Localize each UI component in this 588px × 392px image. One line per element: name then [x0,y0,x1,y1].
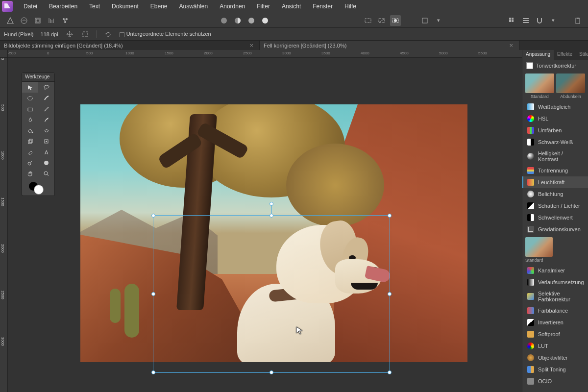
adjustment-item[interactable]: Schatten / Lichter [522,200,588,212]
smudge-tool[interactable] [38,125,54,136]
adjustment-item[interactable]: Split Toning [522,364,588,375]
svg-rect-24 [576,18,580,24]
document-tab[interactable]: Bildobjekte stimming einfügen [Geändert]… [0,41,260,50]
lasso-tool[interactable] [38,82,54,93]
persona-tone-icon[interactable] [46,15,57,26]
blend-normal-icon[interactable] [219,15,229,26]
menu-datei[interactable]: Datei [18,0,43,13]
adjustments-panel: AnpassungEffekteStile Tonwertkorrektur S… [522,50,588,392]
menu-bearbeiten[interactable]: Bearbeiten [43,0,83,13]
snap-magnet-icon[interactable] [534,15,545,26]
panel-tab-stile[interactable]: Stile [576,50,588,60]
adjustment-item[interactable]: Gradationskurven [522,223,588,235]
ellipse-marquee-tool[interactable] [22,93,38,103]
tab-close-icon[interactable]: × [507,42,515,49]
adjustment-item[interactable]: LUT [522,340,588,352]
adjustment-item[interactable]: Schwellenwert [522,212,588,223]
adjustment-item[interactable]: Helligkeit / Kontrast [522,148,588,165]
adjustment-item[interactable]: Belichtung [522,188,588,200]
panel-tab-effekte[interactable]: Effekte [554,50,576,60]
persona-liquify-icon[interactable] [19,15,29,26]
svg-line-39 [47,174,49,176]
preset-thumb-standard[interactable] [525,237,553,257]
pen-tool[interactable] [22,114,38,125]
adjustment-item[interactable]: Umfärben [522,124,588,136]
move-icon[interactable] [65,30,74,39]
ic-grad-icon [527,279,534,286]
ic-lut-icon [527,343,534,349]
panel-tab-anpassung[interactable]: Anpassung [522,50,554,60]
tab-close-icon[interactable]: × [247,42,255,49]
ic-exp-icon [527,191,534,197]
menu-auswählen[interactable]: Auswählen [173,0,214,13]
color-swatches[interactable] [22,179,54,196]
crop-dropdown-icon[interactable] [419,15,430,26]
adjustment-item[interactable]: HSL [522,113,588,124]
menu-text[interactable]: Text [83,0,106,13]
blend-half-icon[interactable] [232,15,243,26]
menu-hilfe[interactable]: Hilfe [339,0,362,13]
ic-bw-icon [527,139,534,146]
flood-select-tool[interactable] [22,103,38,114]
color-picker-tool[interactable] [38,103,54,114]
dog-layer [222,210,374,362]
adjustment-item[interactable]: Selektive Farbkorrektur [522,288,588,305]
menu-filter[interactable]: Filter [251,0,276,13]
shape-tool[interactable] [38,157,54,168]
clipboard-icon[interactable] [572,15,583,26]
adjustment-item[interactable]: OCIO [522,375,588,387]
persona-develop-icon[interactable] [32,15,43,26]
rotate-icon[interactable] [104,30,113,39]
adjustment-item[interactable]: Farbbalance [522,305,588,317]
persona-export-icon[interactable] [60,15,71,26]
menu-anordnen[interactable]: Anordnen [214,0,251,13]
adjustment-item[interactable]: Schwarz-Weiß [522,136,588,148]
blend-white-icon[interactable] [260,15,270,26]
adjustment-item[interactable]: Invertieren [522,317,588,328]
fill-tool[interactable] [22,125,38,136]
zoom-tool[interactable] [38,168,54,179]
menu-ansicht[interactable]: Ansicht [276,0,307,13]
blend-grey-icon[interactable] [246,15,257,26]
canvas-image[interactable] [80,104,467,362]
adjustment-item[interactable]: Verlaufsumsetzung [522,276,588,288]
protect-children-checkbox[interactable]: Untergeordnete Elemente schützen [120,31,211,37]
snap-list-icon[interactable] [520,15,531,26]
adjustment-item[interactable]: Objektivfilter [522,352,588,364]
chevron-down-icon[interactable]: ▾ [548,15,559,26]
preset-standard[interactable]: Standard [525,74,554,99]
resize-handle-bl[interactable] [151,370,155,374]
svg-point-15 [394,19,397,22]
marquee-rect-icon[interactable] [363,15,373,26]
resize-handle-bm[interactable] [270,370,273,374]
move-tool[interactable] [22,82,38,93]
menu-fenster[interactable]: Fenster [307,0,339,13]
adjustment-item[interactable]: Kanalmixer [522,265,588,276]
eraser-tool[interactable] [22,147,38,157]
snap-grid-icon[interactable] [507,15,517,26]
resize-handle-br[interactable] [388,370,392,374]
clone-tool[interactable] [22,136,38,147]
text-tool[interactable]: A [38,147,54,157]
resize-icon[interactable] [81,30,90,39]
persona-photo-icon[interactable] [5,15,16,26]
quick-mask-icon[interactable] [390,15,401,26]
menu-ebene[interactable]: Ebene [145,0,173,13]
healing-tool[interactable] [38,136,54,147]
marquee-diag-icon[interactable] [376,15,387,26]
pan-tool[interactable] [22,168,38,179]
adjustment-item[interactable]: Softproof [522,328,588,340]
adjustment-item[interactable]: Weißabgleich [522,101,588,113]
adjustment-item[interactable]: Tontrennung [522,165,588,176]
menu-dokument[interactable]: Dokument [106,0,145,13]
dpi-label: 118 dpi [41,31,58,37]
selection-brush-tool[interactable] [38,93,54,103]
canvas-workspace[interactable]: -500050010001500200025003000350040004500… [0,50,522,392]
preset-abdunkeln[interactable]: Abdunkeln [556,74,585,99]
chevron-down-icon[interactable]: ▾ [433,15,444,26]
document-tab[interactable]: Fell korrigieren [Geändert] (23.0%)× [260,41,519,50]
dodge-tool[interactable] [22,157,38,168]
adjustment-item[interactable]: Leuchtkraft [522,176,588,188]
paint-brush-tool[interactable] [38,114,54,125]
svg-rect-29 [28,108,32,111]
